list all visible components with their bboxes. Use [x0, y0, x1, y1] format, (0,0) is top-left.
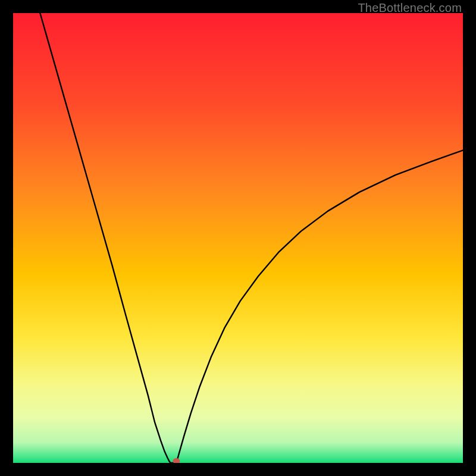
gradient-background [13, 13, 463, 463]
bottleneck-chart [13, 13, 463, 463]
chart-frame [13, 13, 463, 463]
watermark-text: TheBottleneck.com [358, 1, 462, 15]
